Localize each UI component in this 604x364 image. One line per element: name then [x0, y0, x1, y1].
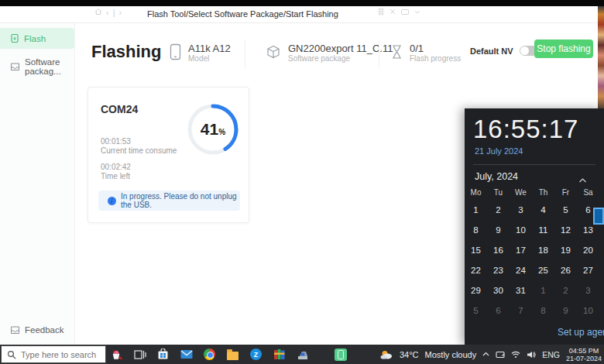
- weather-temp[interactable]: 34°C: [400, 350, 419, 359]
- calendar-day[interactable]: 8: [532, 300, 554, 321]
- messenger-app-icon[interactable]: Z: [249, 348, 263, 361]
- task-view-icon[interactable]: [133, 348, 146, 361]
- window-icon[interactable]: [400, 5, 410, 19]
- wifi-icon[interactable]: [511, 351, 520, 359]
- forward-icon[interactable]: ›: [119, 8, 122, 17]
- percent-sign: %: [218, 128, 225, 136]
- chevron-down-icon[interactable]: [414, 5, 421, 19]
- package-stat: GN2200export 11_C.11 Software package: [266, 43, 393, 64]
- set-up-agenda-link[interactable]: Set up agend: [558, 327, 604, 338]
- model-label: Model: [188, 54, 231, 64]
- calendar-day[interactable]: 31: [510, 280, 532, 300]
- calendar-day[interactable]: 1: [532, 280, 554, 300]
- calendar-day[interactable]: 1: [465, 200, 487, 220]
- flyout-divider: [473, 164, 595, 165]
- info-icon: i: [108, 197, 116, 205]
- calendar-day[interactable]: 19: [554, 240, 577, 260]
- calendar-day[interactable]: 8: [465, 220, 487, 240]
- speaker-icon[interactable]: [527, 351, 536, 359]
- calendar-day[interactable]: 29: [465, 280, 487, 300]
- calendar-day[interactable]: 2: [487, 200, 510, 220]
- sidebar-item-label: Feedback: [25, 325, 64, 335]
- calendar-day[interactable]: 7: [510, 300, 532, 321]
- progress-notice: i In progress. Please do not unplug the …: [98, 191, 240, 211]
- grid-icon[interactable]: [377, 5, 385, 19]
- store-icon[interactable]: [156, 348, 170, 361]
- device-card: COM24 41 % 00:01:53 Current time consume…: [88, 87, 249, 223]
- back-icon[interactable]: ‹: [106, 8, 109, 17]
- driver-tool-icon[interactable]: [296, 348, 309, 361]
- calendar-day[interactable]: 9: [487, 220, 510, 240]
- language-indicator[interactable]: ENG: [542, 350, 560, 359]
- calendar-weekday: Fr: [554, 184, 577, 200]
- calendar-day[interactable]: 16: [487, 240, 510, 260]
- calendar-day[interactable]: 4: [532, 200, 554, 220]
- calendar-day[interactable]: 18: [532, 240, 554, 260]
- clock-calendar-flyout: 16:55:17 21 July 2024 July, 2024 MoTuWeT…: [465, 108, 604, 345]
- weather-icon[interactable]: [379, 349, 393, 360]
- calendar-day[interactable]: 30: [487, 280, 510, 300]
- package-box-icon: [266, 44, 281, 63]
- calendar-day[interactable]: 2: [554, 280, 577, 300]
- calendar-day[interactable]: 10: [510, 220, 532, 240]
- calendar-weekday: Th: [532, 184, 554, 200]
- sidebar-item-feedback[interactable]: Feedback: [0, 320, 75, 340]
- calendar-day[interactable]: 20: [577, 240, 599, 260]
- calendar-day[interactable]: 17: [510, 240, 532, 260]
- package-tray-icon: [10, 63, 20, 71]
- close-icon[interactable]: [389, 5, 396, 19]
- calendar-day[interactable]: 3: [577, 280, 599, 300]
- cortana-dessert-icon[interactable]: [110, 348, 123, 361]
- calendar-day[interactable]: 22: [465, 260, 487, 280]
- flash-phone-icon: [10, 33, 19, 43]
- clock-date-link[interactable]: 21 July 2024: [475, 146, 523, 156]
- flash-progress-label: Flash progress: [410, 54, 461, 64]
- calendar-day[interactable]: 6: [487, 300, 510, 321]
- model-value: A11k A12: [188, 43, 231, 54]
- calendar-day[interactable]: 26: [554, 260, 577, 280]
- feedback-icon: [10, 326, 20, 335]
- flash-progress-stat: 0/1 Flash progress: [391, 43, 461, 64]
- header-divider: [379, 40, 379, 68]
- calendar-day[interactable]: 9: [554, 300, 577, 321]
- calendar-weekday: We: [510, 184, 532, 200]
- calendar-day[interactable]: 15: [465, 240, 487, 260]
- calendar-weekday: Mo: [465, 184, 487, 200]
- model-stat: A11k A12 Model: [170, 43, 231, 64]
- winrar-icon[interactable]: [273, 348, 286, 361]
- stop-flashing-button[interactable]: Stop flashing: [534, 39, 593, 58]
- sidebar: Flash Software packag... Feedback: [0, 23, 75, 345]
- tablet-pen-icon[interactable]: [496, 351, 505, 359]
- calendar-day[interactable]: 5: [465, 300, 487, 321]
- calendar-day[interactable]: 10: [577, 300, 599, 321]
- calendar-day[interactable]: 5: [554, 200, 577, 220]
- calendar-day[interactable]: 23: [487, 260, 510, 280]
- taskbar-date: 21-07-2024: [566, 355, 602, 362]
- calendar-day[interactable]: 27: [577, 260, 599, 280]
- mail-icon[interactable]: [180, 348, 193, 361]
- sidebar-item-software-package[interactable]: Software packag...: [0, 52, 74, 81]
- tray-chevron-up-icon[interactable]: [482, 352, 489, 357]
- header-divider: [245, 40, 245, 68]
- home-icon[interactable]: [94, 8, 102, 17]
- file-explorer-icon[interactable]: [226, 348, 239, 361]
- calendar-day[interactable]: 12: [554, 220, 577, 240]
- taskbar-clock[interactable]: 04:55 PM 21-07-2024: [566, 347, 602, 362]
- today-highlight[interactable]: [593, 208, 604, 225]
- calendar-day[interactable]: 25: [532, 260, 554, 280]
- taskbar-search[interactable]: [1, 345, 106, 363]
- weather-desc[interactable]: Mostly cloudy: [425, 350, 477, 359]
- flash-tool-app-icon[interactable]: [335, 349, 347, 361]
- time-consumed: 00:01:53 Current time consume: [101, 137, 177, 156]
- chrome-icon[interactable]: [203, 348, 216, 361]
- top-black-strip: [0, 0, 604, 6]
- calendar-day[interactable]: 11: [532, 220, 554, 240]
- calendar-day[interactable]: 24: [510, 260, 532, 280]
- flash-progress-value: 0/1: [410, 43, 461, 54]
- sidebar-item-flash[interactable]: Flash: [0, 28, 74, 49]
- search-input[interactable]: [21, 350, 98, 359]
- calendar-day[interactable]: 3: [510, 200, 532, 220]
- com-port-label: COM24: [101, 103, 138, 115]
- page-title: Flashing: [91, 42, 161, 62]
- clock-time: 16:55:17: [473, 115, 578, 144]
